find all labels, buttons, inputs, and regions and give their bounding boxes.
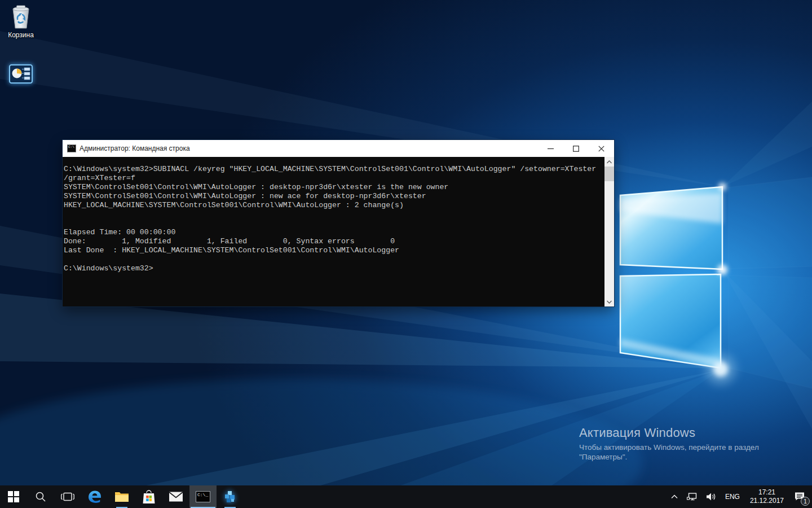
- console-line: SYSTEM\ControlSet001\Control\WMI\AutoLog…: [64, 192, 603, 201]
- search-button[interactable]: [27, 485, 54, 508]
- mail-icon: [169, 491, 183, 502]
- action-center-button[interactable]: 1: [791, 485, 809, 508]
- clock-time: 17:21: [758, 488, 775, 497]
- network-tray-button[interactable]: [683, 485, 700, 508]
- console-line: SYSTEM\ControlSet001\Control\WMI\AutoLog…: [64, 183, 603, 192]
- windows-logo-icon: [8, 491, 19, 502]
- maximize-icon: [573, 146, 579, 152]
- store-button[interactable]: [135, 485, 162, 508]
- mail-button[interactable]: [162, 485, 189, 508]
- cmd-icon: [196, 491, 210, 502]
- chevron-up-icon: [671, 494, 678, 499]
- scrollbar-thumb[interactable]: [604, 167, 614, 181]
- start-button[interactable]: [0, 485, 27, 508]
- volume-tray-button[interactable]: [703, 485, 720, 508]
- app-shortcut-icon[interactable]: [8, 64, 33, 84]
- command-prompt-taskbar-button[interactable]: [189, 485, 217, 508]
- window-titlebar[interactable]: Администратор: Командная строка: [63, 140, 614, 157]
- vertical-scrollbar[interactable]: [604, 157, 614, 306]
- watermark-line1: Чтобы активировать Windows, перейдите в …: [579, 443, 759, 452]
- windows-activation-watermark: Активация Windows Чтобы активировать Win…: [579, 426, 759, 462]
- blue-cube-icon: [223, 490, 237, 503]
- console-line: [64, 219, 603, 228]
- recycle-bin-glyph: [9, 3, 33, 29]
- console-line: /grant=XTester=f: [64, 174, 603, 183]
- maximize-button[interactable]: [563, 140, 589, 157]
- clock[interactable]: 17:21 21.12.2017: [745, 488, 788, 505]
- app-shortcut-glyph: [9, 64, 33, 84]
- tray-expand-button[interactable]: [668, 485, 681, 508]
- minimize-icon: [548, 146, 554, 152]
- scroll-down-icon[interactable]: [604, 297, 614, 306]
- file-explorer-button[interactable]: [108, 485, 135, 508]
- console-line: Last Done : HKEY_LOCAL_MACHINE\SYSTEM\Co…: [64, 246, 603, 255]
- language-indicator[interactable]: ENG: [722, 485, 743, 508]
- search-icon: [35, 491, 46, 502]
- console-output-area[interactable]: C:\Windows\system32>SUBINACL /keyreg "HK…: [63, 157, 614, 306]
- task-view-button[interactable]: [54, 485, 81, 508]
- taskbar: ENG 17:21 21.12.2017 1: [0, 485, 812, 508]
- edge-icon: [87, 489, 102, 504]
- watermark-title: Активация Windows: [579, 426, 759, 440]
- system-tray: ENG 17:21 21.12.2017 1: [668, 485, 812, 508]
- close-icon: [598, 146, 604, 152]
- network-ethernet-icon: [687, 492, 697, 501]
- watermark-line2: "Параметры".: [579, 452, 759, 462]
- recycle-bin-label: Корзина: [8, 31, 34, 39]
- console-line: C:\Windows\system32>: [64, 264, 603, 273]
- clock-date: 21.12.2017: [750, 497, 784, 505]
- scroll-up-icon[interactable]: [604, 157, 614, 167]
- recycle-bin-icon[interactable]: Корзина: [0, 3, 42, 39]
- close-button[interactable]: [589, 140, 614, 157]
- desktop: Корзина Администратор: Командная строка: [0, 0, 812, 508]
- console-line: Elapsed Time: 00 00:00:00: [64, 228, 603, 237]
- volume-icon: [706, 492, 716, 501]
- task-view-icon: [61, 492, 74, 502]
- blue-cube-app-button[interactable]: [217, 485, 244, 508]
- console-line: C:\Windows\system32>SUBINACL /keyreg "HK…: [64, 165, 603, 174]
- notification-badge: 1: [801, 497, 810, 506]
- edge-button[interactable]: [81, 485, 108, 508]
- console-output: C:\Windows\system32>SUBINACL /keyreg "HK…: [64, 165, 603, 273]
- console-line: Done: 1, Modified 1, Failed 0, Syntax er…: [64, 237, 603, 246]
- minimize-button[interactable]: [538, 140, 563, 157]
- cmd-app-icon: [67, 144, 76, 152]
- file-explorer-icon: [114, 491, 129, 503]
- command-prompt-window: Администратор: Командная строка: [63, 140, 614, 306]
- console-line: [64, 255, 603, 264]
- window-title: Администратор: Командная строка: [80, 144, 190, 152]
- store-icon: [142, 489, 156, 504]
- console-line: HKEY_LOCAL_MACHINE\SYSTEM\ControlSet001\…: [64, 201, 603, 210]
- console-line: [64, 210, 603, 219]
